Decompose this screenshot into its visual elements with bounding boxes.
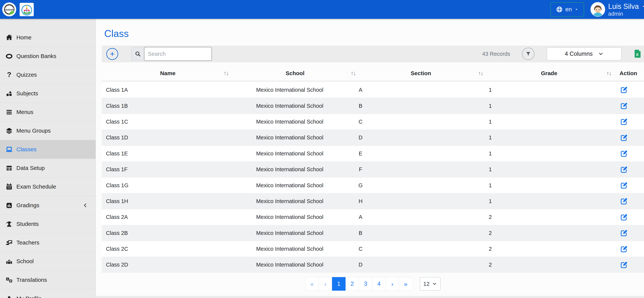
column-header-section[interactable]: Section↑↓: [356, 66, 486, 81]
sidebar-item-label: My Profile: [16, 295, 42, 298]
quizale-logo[interactable]: Quizale: [2, 2, 16, 16]
cell-grade: 1: [486, 177, 613, 193]
quizzes-icon: ?: [6, 71, 13, 78]
cell-grade-value: 2: [489, 246, 492, 252]
cell-name-value: Class 1H: [106, 198, 128, 204]
cell-name: Class 1D: [102, 130, 234, 145]
question-banks-icon: [6, 53, 13, 60]
cell-school: Mexico International School: [234, 209, 356, 225]
columns-select-label: 4 Columns: [565, 50, 592, 57]
table-row: Class 2BMexico International SchoolB2: [102, 225, 644, 241]
collapse-chevron-icon[interactable]: [82, 203, 88, 208]
cell-grade-value: 1: [489, 166, 492, 173]
user-menu[interactable]: Luis Silva admin: [608, 2, 644, 17]
cell-name: Class 2C: [102, 241, 234, 257]
edit-button[interactable]: [620, 166, 628, 173]
svg-text:?: ?: [7, 71, 11, 78]
table-body: Class 1AMexico International SchoolA1Cla…: [102, 82, 644, 273]
home-icon: [6, 34, 13, 41]
cell-school-value: Mexico International School: [256, 151, 323, 157]
add-button[interactable]: +: [106, 48, 118, 60]
sidebar-item-classes[interactable]: Classes: [0, 140, 96, 159]
edit-button[interactable]: [620, 102, 628, 110]
pagination: «‹1234›» 12: [102, 277, 644, 291]
cell-grade: 1: [486, 130, 613, 145]
exam-schedule-icon: [6, 183, 13, 190]
lotus-logo[interactable]: [20, 3, 34, 16]
table-row: Class 2AMexico International SchoolA2: [102, 209, 644, 225]
sidebar-item-students[interactable]: Students: [0, 215, 96, 233]
pagination-page-2[interactable]: 2: [346, 277, 359, 291]
columns-select[interactable]: 4 Columns: [547, 47, 622, 60]
cell-section: B: [356, 98, 486, 114]
sidebar-item-exam-schedule[interactable]: Exam Schedule: [0, 177, 96, 196]
cell-action: [613, 98, 644, 114]
cell-grade: 1: [486, 98, 613, 114]
page-size-select[interactable]: 12: [420, 277, 440, 291]
pagination-page-1[interactable]: 1: [332, 277, 346, 291]
pagination-next[interactable]: ›: [386, 277, 399, 291]
edit-button[interactable]: [620, 213, 628, 221]
pagination-page-4[interactable]: 4: [372, 277, 386, 291]
column-header-name[interactable]: Name↑↓: [102, 66, 234, 81]
language-selector[interactable]: en: [550, 2, 584, 16]
cell-grade-value: 1: [489, 151, 492, 157]
sidebar-item-subjects[interactable]: Subjects: [0, 84, 96, 103]
cell-school: Mexico International School: [234, 193, 356, 209]
cell-name-value: Class 1B: [106, 103, 128, 109]
pagination-first[interactable]: «: [305, 277, 319, 291]
cell-grade: 1: [486, 114, 613, 130]
cell-name: Class 2D: [102, 257, 234, 273]
cell-section: G: [356, 177, 486, 193]
filter-button[interactable]: [522, 48, 534, 60]
cell-grade-value: 2: [489, 230, 492, 236]
sidebar-item-teachers[interactable]: Teachers: [0, 233, 96, 252]
column-header-school[interactable]: School↑↓: [234, 66, 356, 81]
cell-action: [613, 82, 644, 98]
sidebar-item-menu-groups[interactable]: Menu Groups: [0, 121, 96, 140]
edit-button[interactable]: [620, 261, 628, 269]
sidebar-item-my-profile[interactable]: My Profile: [0, 289, 96, 298]
sidebar-item-home[interactable]: Home: [0, 28, 96, 47]
cell-grade: 2: [486, 225, 613, 241]
topbar: Quizale en: [0, 0, 644, 19]
user-avatar[interactable]: [590, 2, 605, 17]
cell-grade-value: 1: [489, 87, 492, 93]
edit-button[interactable]: [620, 86, 628, 94]
edit-button[interactable]: [620, 197, 628, 205]
excel-export-button[interactable]: X: [634, 49, 642, 58]
edit-button[interactable]: [620, 229, 628, 237]
edit-button[interactable]: [620, 118, 628, 125]
sidebar-item-translations[interactable]: ATranslations: [0, 271, 96, 289]
cell-school-value: Mexico International School: [256, 166, 323, 173]
edit-button[interactable]: [620, 245, 628, 253]
cell-grade-value: 2: [489, 214, 492, 220]
sidebar-item-question-banks[interactable]: Question Banks: [0, 47, 96, 65]
cell-name-value: Class 1E: [106, 151, 128, 157]
pagination-last[interactable]: »: [399, 277, 412, 291]
column-header-grade[interactable]: Grade↑↓: [486, 66, 613, 81]
table-row: Class 1CMexico International SchoolC1: [102, 114, 644, 130]
sidebar-item-quizzes[interactable]: ?Quizzes: [0, 65, 96, 84]
cell-section: F: [356, 162, 486, 177]
sidebar-item-data-setup[interactable]: Data Setup: [0, 159, 96, 177]
sidebar-item-label: Translations: [16, 277, 47, 283]
sidebar-item-label: Menus: [16, 109, 33, 115]
pagination-prev[interactable]: ‹: [318, 277, 332, 291]
cell-section: E: [356, 146, 486, 161]
cell-action: [613, 114, 644, 130]
sidebar-item-gradings[interactable]: Gradings: [0, 196, 96, 215]
cell-school-value: Mexico International School: [256, 246, 323, 252]
table-row: Class 1DMexico International SchoolD1: [102, 130, 644, 145]
search-input[interactable]: [144, 47, 212, 61]
cell-name: Class 1A: [102, 82, 234, 98]
edit-button[interactable]: [620, 182, 628, 189]
sidebar-item-label: Exam Schedule: [16, 184, 56, 190]
edit-button[interactable]: [620, 150, 628, 157]
sidebar-item-menus[interactable]: Menus: [0, 103, 96, 121]
sidebar-item-school[interactable]: School: [0, 252, 96, 271]
filter-icon: [526, 51, 531, 57]
edit-button[interactable]: [620, 134, 628, 141]
pagination-page-3[interactable]: 3: [359, 277, 372, 291]
cell-school: Mexico International School: [234, 114, 356, 130]
